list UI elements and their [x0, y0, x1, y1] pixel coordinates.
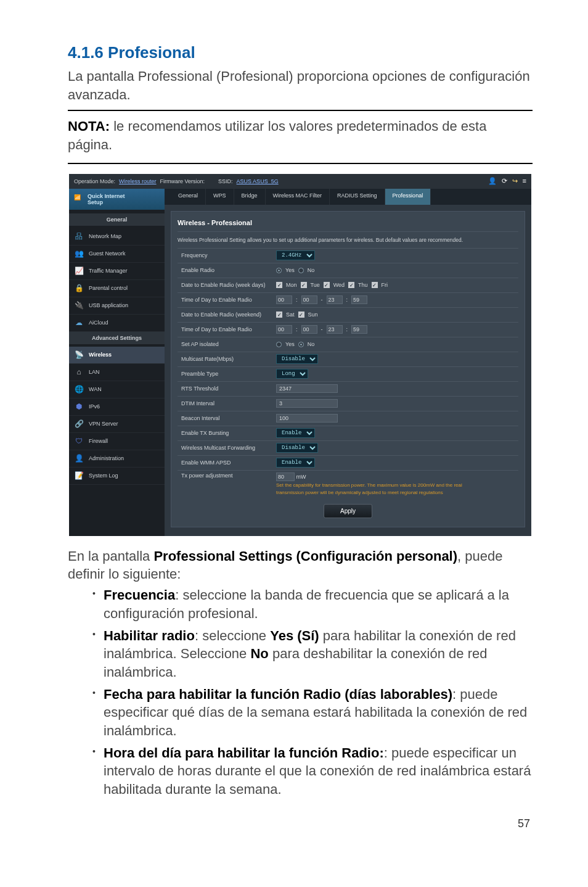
- freq-label: Frequency: [178, 252, 276, 258]
- t2-m1[interactable]: [301, 325, 317, 334]
- sidebar-section-general: General: [69, 213, 165, 226]
- preamble-select[interactable]: Long: [276, 369, 308, 379]
- traffic-icon: 📈: [74, 266, 84, 276]
- tab-radius[interactable]: RADIUS Setting: [330, 189, 385, 205]
- rts-label: RTS Threshold: [178, 386, 276, 392]
- enable-radio-no[interactable]: [298, 268, 304, 273]
- txpow-unit: mW: [296, 474, 306, 480]
- dtim-input[interactable]: [276, 399, 338, 408]
- wireless-icon: 📡: [74, 350, 84, 360]
- bullet-date-weekdays: Fecha para habilitar la función Radio (d…: [92, 685, 533, 740]
- txburst-label: Enable TX Bursting: [178, 430, 276, 436]
- wan-icon: 🌐: [74, 384, 84, 394]
- t2-m2[interactable]: [351, 325, 367, 334]
- nav-wan[interactable]: 🌐WAN: [69, 381, 165, 398]
- page-number: 57: [68, 817, 533, 830]
- nav-parental-control[interactable]: 🔒Parental control: [69, 280, 165, 297]
- date-weekend-label: Date to Enable Radio (weekend): [178, 311, 276, 318]
- tab-bridge[interactable]: Bridge: [234, 189, 266, 205]
- tab-wps[interactable]: WPS: [206, 189, 234, 205]
- freq-select[interactable]: 2.4GHz: [276, 250, 315, 260]
- nav-aicloud[interactable]: ☁AiCloud: [69, 315, 165, 332]
- quick-internet-setup[interactable]: 📶 Quick InternetSetup: [69, 189, 165, 210]
- cb-tue[interactable]: ✓: [301, 282, 307, 288]
- tab-general[interactable]: General: [171, 189, 206, 205]
- bullet-time-of-day: Hora del día para habilitar la función R…: [92, 744, 533, 799]
- t2-h1[interactable]: [276, 325, 292, 334]
- panel-title: Wireless - Professional: [178, 218, 518, 232]
- enable-radio-label: Enable Radio: [178, 267, 276, 273]
- cb-sun[interactable]: ✓: [298, 311, 304, 318]
- multicast-select[interactable]: Disable: [276, 354, 318, 364]
- nav-network-map[interactable]: 品Network Map: [69, 228, 165, 245]
- beacon-input[interactable]: [276, 414, 338, 423]
- nav-wireless[interactable]: 📡Wireless: [69, 347, 165, 364]
- qis-icon: 📶: [74, 194, 84, 204]
- nav-vpn-server[interactable]: 🔗VPN Server: [69, 416, 165, 433]
- rts-input[interactable]: [276, 384, 338, 393]
- t1-m1[interactable]: [301, 295, 317, 304]
- t1-m2[interactable]: [351, 295, 367, 304]
- time-week-label: Time of Day to Enable Radio: [178, 297, 276, 303]
- apply-button[interactable]: Apply: [324, 504, 372, 518]
- wmm-select[interactable]: Enable: [276, 458, 315, 468]
- panel-professional: Wireless - Professional Wireless Profess…: [171, 211, 525, 527]
- enable-radio-yes[interactable]: [276, 268, 282, 273]
- cloud-icon: ☁: [74, 318, 84, 328]
- wmf-label: Wireless Multicast Forwarding: [178, 445, 276, 451]
- sidebar: 📶 Quick InternetSetup General 品Network M…: [69, 189, 165, 536]
- t2-h2[interactable]: [327, 325, 343, 334]
- beacon-label: Beacon Interval: [178, 415, 276, 421]
- note-box: NOTA: le recomendamos utilizar los valor…: [68, 110, 533, 163]
- cb-thu[interactable]: ✓: [348, 282, 354, 288]
- ssid-value[interactable]: ASUS ASUS_5G: [237, 178, 279, 184]
- cb-wed[interactable]: ✓: [324, 282, 330, 288]
- user-icon[interactable]: 👤: [488, 177, 497, 185]
- lan-icon: ⌂: [74, 367, 84, 377]
- menu-icon[interactable]: ≡: [523, 177, 526, 185]
- date-week-label: Date to Enable Radio (week days): [178, 282, 276, 288]
- bullet-enable-radio: Habilitar radio: seleccione Yes (Sí) par…: [92, 627, 533, 682]
- content-area: General WPS Bridge Wireless MAC Filter R…: [165, 189, 531, 536]
- body-intro: En la pantalla Professional Settings (Co…: [68, 547, 533, 584]
- nav-firewall[interactable]: 🛡Firewall: [69, 433, 165, 450]
- section-heading: 4.1.6 Profesional: [68, 43, 533, 62]
- cb-sat[interactable]: ✓: [276, 311, 282, 318]
- log-icon: 📝: [74, 471, 84, 481]
- top-info-bar: Operation Mode: Wireless router Firmware…: [69, 174, 531, 189]
- op-mode-value[interactable]: Wireless router: [119, 178, 157, 184]
- preamble-label: Preamble Type: [178, 371, 276, 377]
- nav-usb-application[interactable]: 🔌USB application: [69, 297, 165, 315]
- txburst-select[interactable]: Enable: [276, 428, 315, 438]
- set-ap-label: Set AP isolated: [178, 341, 276, 347]
- wmf-select[interactable]: Disable: [276, 443, 318, 453]
- network-map-icon: 品: [74, 231, 84, 241]
- op-mode-label: Operation Mode:: [74, 178, 115, 184]
- router-screenshot: Operation Mode: Wireless router Firmware…: [69, 174, 531, 536]
- txpow-input[interactable]: [276, 472, 295, 481]
- nav-lan[interactable]: ⌂LAN: [69, 364, 165, 381]
- txpow-note1: Set the capability for transmission powe…: [276, 482, 518, 489]
- t1-h2[interactable]: [327, 295, 343, 304]
- bullet-list: Frecuencia: seleccione la banda de frecu…: [92, 586, 533, 799]
- nav-ipv6[interactable]: ⬢IPv6: [69, 398, 165, 416]
- cb-mon[interactable]: ✓: [276, 282, 282, 288]
- tab-professional[interactable]: Professional: [385, 189, 431, 205]
- nav-administration[interactable]: 👤Administration: [69, 450, 165, 468]
- cb-fri[interactable]: ✓: [372, 282, 378, 288]
- note-label: NOTA:: [68, 118, 110, 134]
- nav-guest-network[interactable]: 👥Guest Network: [69, 245, 165, 263]
- t1-h1[interactable]: [276, 295, 292, 304]
- usb-icon: 🔌: [74, 300, 84, 310]
- intro-text: La pantalla Professional (Profesional) p…: [68, 67, 533, 104]
- nav-traffic-manager[interactable]: 📈Traffic Manager: [69, 263, 165, 280]
- dtim-label: DTIM Interval: [178, 400, 276, 406]
- nav-system-log[interactable]: 📝System Log: [69, 468, 165, 485]
- txpow-label: Tx power adjustment: [178, 472, 276, 479]
- ap-yes[interactable]: [276, 342, 282, 347]
- fw-label: Firmware Version:: [160, 178, 205, 184]
- tab-mac-filter[interactable]: Wireless MAC Filter: [266, 189, 330, 205]
- ap-no[interactable]: [298, 342, 304, 347]
- reboot-icon[interactable]: ⟳: [502, 177, 507, 185]
- logout-icon[interactable]: ↪: [512, 177, 518, 185]
